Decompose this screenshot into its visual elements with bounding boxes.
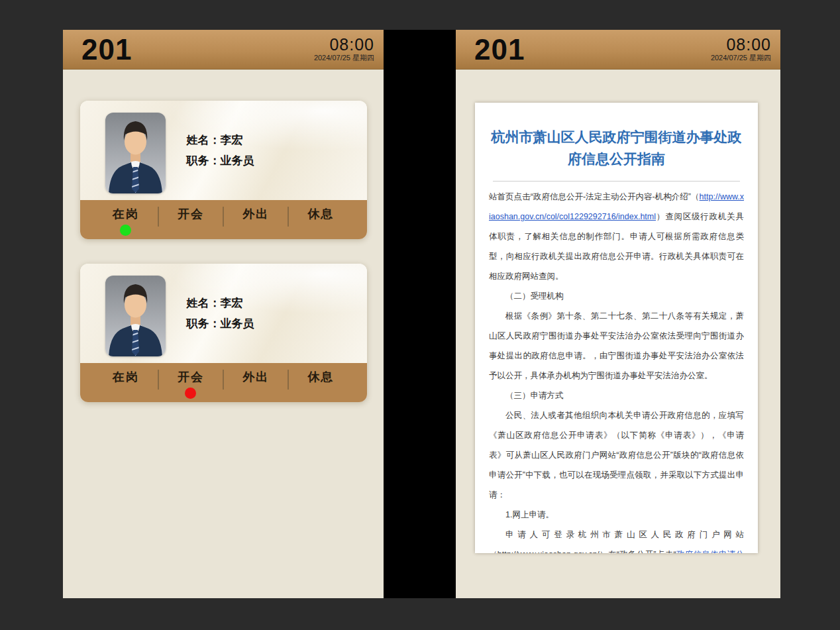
status-dot-placeholder	[185, 225, 196, 236]
status-out[interactable]: 外出	[223, 200, 288, 239]
status-meeting[interactable]: 开会	[158, 200, 223, 239]
staff-role-line: 职务：业务员	[187, 313, 254, 334]
staff-card: 姓名：李宏 职务：业务员 在岗 开会 外出 休息	[80, 101, 367, 239]
staff-info: 姓名：李宏 职务：业务员	[187, 293, 254, 334]
status-rest[interactable]: 休息	[288, 200, 353, 239]
clock-date: 2024/07/25 星期四	[314, 53, 374, 63]
doc-section-heading: （二）受理机构	[489, 286, 744, 306]
role-value: 业务员	[221, 154, 254, 167]
status-bar: 在岗 开会 外出 休息	[80, 363, 367, 402]
right-header: 201 08:00 2024/07/25 星期四	[456, 30, 780, 70]
clock-date: 2024/07/25 星期四	[711, 53, 771, 63]
role-label: 职务：	[187, 317, 221, 330]
status-label: 休息	[307, 369, 334, 385]
doc-paragraph: 公民、法人或者其他组织向本机关申请公开政府信息的，应填写《萧山区政府信息公开申请…	[489, 405, 744, 505]
doc-text: 站首页点击“政府信息公开-法定主动公开内容-机构介绍”（	[489, 192, 700, 201]
staff-card: 姓名：李宏 职务：业务员 在岗 开会 外出 休息	[80, 264, 367, 402]
room-number: 201	[474, 35, 525, 64]
staff-card-top: 姓名：李宏 职务：业务员	[80, 264, 367, 363]
name-label: 姓名：	[187, 297, 221, 309]
staff-photo	[105, 276, 166, 356]
clock-time: 08:00	[711, 36, 771, 52]
status-rest[interactable]: 休息	[288, 363, 353, 402]
status-dot-placeholder	[120, 388, 131, 399]
name-value: 李宏	[221, 134, 243, 146]
title-divider	[493, 181, 740, 182]
status-bar: 在岗 开会 外出 休息	[80, 200, 367, 239]
doc-paragraph: 申请人可登录杭州市萧山区人民政府门户网站（http://www.xiaoshan…	[489, 525, 744, 553]
staff-card-top: 姓名：李宏 职务：业务员	[80, 101, 367, 200]
room-number: 201	[81, 35, 132, 64]
doc-list-item: 1.网上申请。	[489, 505, 744, 525]
name-label: 姓名：	[187, 134, 221, 146]
clock: 08:00 2024/07/25 星期四	[711, 36, 780, 63]
status-label: 在岗	[113, 206, 139, 222]
status-label: 外出	[242, 206, 269, 222]
screen-bezel-divider	[384, 30, 456, 598]
staff-role-line: 职务：业务员	[187, 150, 254, 171]
staff-card-list: 姓名：李宏 职务：业务员 在岗 开会 外出 休息	[63, 70, 384, 402]
status-dot-placeholder	[250, 388, 262, 399]
status-dot-placeholder	[250, 225, 262, 236]
document-title: 杭州市萧山区人民政府宁围街道办事处政府信息公开指南	[489, 127, 744, 170]
status-label: 在岗	[113, 369, 139, 385]
doc-section-heading: （三）申请方式	[489, 386, 744, 405]
left-header: 201 08:00 2024/07/25 星期四	[63, 30, 384, 70]
status-meeting[interactable]: 开会	[158, 363, 223, 402]
status-on-duty[interactable]: 在岗	[93, 363, 158, 402]
status-on-duty[interactable]: 在岗	[93, 200, 158, 239]
doc-paragraph: 根据《条例》第十条、第二十七条、第二十八条等有关规定，萧山区人民政府宁围街道办事…	[489, 306, 744, 386]
status-label: 外出	[242, 369, 269, 385]
role-value: 业务员	[221, 317, 254, 330]
staff-name-line: 姓名：李宏	[187, 293, 254, 313]
doc-text: ）查阅区级行政机关具体职责，了解相关信息的制作部门。申请人可根据所需政府信息类型…	[489, 212, 744, 281]
doc-paragraph: 站首页点击“政府信息公开-法定主动公开内容-机构介绍”（http://www.x…	[489, 187, 744, 286]
clock: 08:00 2024/07/25 星期四	[314, 36, 384, 63]
status-label: 开会	[178, 369, 204, 385]
person-portrait-icon	[105, 113, 166, 193]
staff-photo	[105, 113, 166, 193]
document-page: 杭州市萧山区人民政府宁围街道办事处政府信息公开指南 站首页点击“政府信息公开-法…	[475, 103, 758, 553]
name-value: 李宏	[221, 297, 243, 309]
person-portrait-icon	[105, 276, 166, 356]
status-dot-placeholder	[315, 388, 327, 399]
role-label: 职务：	[187, 154, 221, 167]
status-label: 休息	[307, 206, 334, 222]
left-screen-panel: 201 08:00 2024/07/25 星期四	[63, 30, 384, 598]
clock-time: 08:00	[314, 36, 374, 52]
active-status-dot	[120, 225, 131, 236]
document-body: 站首页点击“政府信息公开-法定主动公开内容-机构介绍”（http://www.x…	[489, 187, 744, 553]
status-dot-placeholder	[315, 225, 327, 236]
active-status-dot	[185, 388, 196, 399]
staff-name-line: 姓名：李宏	[187, 130, 254, 150]
dual-screen-display: { "header": { "room": "201", "time": "08…	[0, 0, 840, 630]
status-out[interactable]: 外出	[223, 363, 288, 402]
right-screen-panel: 201 08:00 2024/07/25 星期四 杭州市萧山区人民政府宁围街道办…	[456, 30, 780, 598]
status-label: 开会	[178, 206, 204, 222]
staff-info: 姓名：李宏 职务：业务员	[187, 130, 254, 171]
